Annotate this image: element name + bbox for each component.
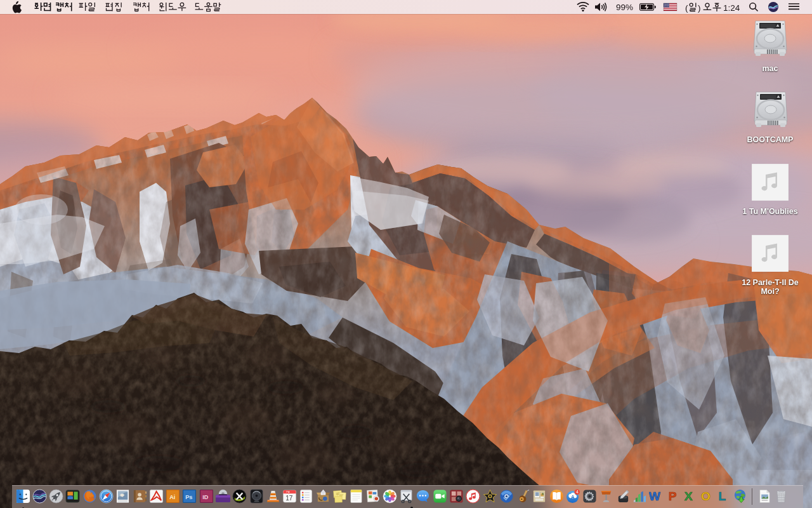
svg-text:A: A [571,494,575,500]
svg-text:X: X [684,490,693,503]
svg-text:4: 4 [576,490,579,494]
svg-text:Ps: Ps [186,494,193,500]
svg-text:1:24: 1:24 [723,3,740,13]
svg-text:O: O [701,490,710,503]
svg-text:99%: 99% [616,3,633,12]
svg-text:Ai: Ai [169,494,175,500]
svg-text:7월: 7월 [286,491,290,493]
svg-text:(: ( [685,3,688,13]
svg-text:): ) [698,3,701,13]
svg-text:L: L [719,490,726,503]
svg-text:ID: ID [202,494,209,500]
svg-text:P: P [668,490,676,503]
svg-text:17: 17 [285,495,293,502]
svg-text:W: W [649,490,661,503]
